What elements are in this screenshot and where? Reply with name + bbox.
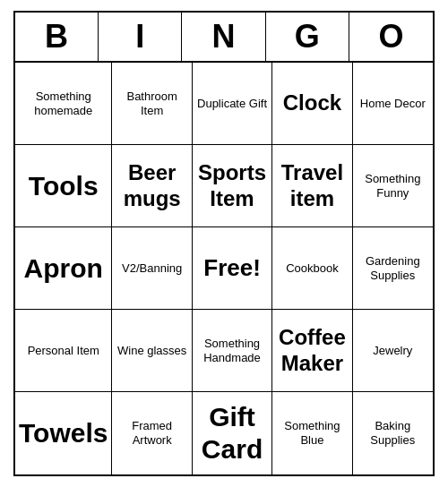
bingo-grid: Something homemadeBathroom ItemDuplicate… [15,63,433,474]
header-letter: I [99,13,182,61]
bingo-cell: Baking Supplies [353,392,433,474]
bingo-header: BINGO [15,13,433,63]
bingo-cell: Cookbook [272,227,352,310]
bingo-cell: Something Blue [272,392,352,474]
bingo-cell: Towels [15,392,112,474]
bingo-cell: Jewelry [353,310,433,392]
header-letter: O [349,13,433,61]
bingo-cell: Wine glasses [112,310,192,392]
bingo-cell: Framed Artwork [112,392,192,474]
bingo-cell: Bathroom Item [112,63,192,145]
bingo-cell: Duplicate Gift [193,63,272,145]
header-letter: G [266,13,349,61]
bingo-cell: Clock [272,63,352,145]
bingo-cell: Something Funny [353,145,433,227]
bingo-cell: Gift Card [193,392,272,474]
bingo-cell: Tools [15,145,112,227]
bingo-cell: Something homemade [15,63,112,145]
bingo-card: BINGO Something homemadeBathroom ItemDup… [13,11,435,476]
bingo-cell: Gardening Supplies [353,227,433,310]
bingo-cell: Something Handmade [193,310,272,392]
bingo-cell: Travel item [272,145,352,227]
header-letter: N [182,13,265,61]
bingo-cell: Beer mugs [112,145,192,227]
bingo-cell: V2/Banning [112,227,192,310]
bingo-cell: Apron [15,227,112,310]
header-letter: B [15,13,99,61]
bingo-cell: Coffee Maker [272,310,352,392]
bingo-cell: Sports Item [193,145,272,227]
bingo-cell: Free! [193,227,272,310]
bingo-cell: Home Decor [353,63,433,145]
bingo-cell: Personal Item [15,310,112,392]
